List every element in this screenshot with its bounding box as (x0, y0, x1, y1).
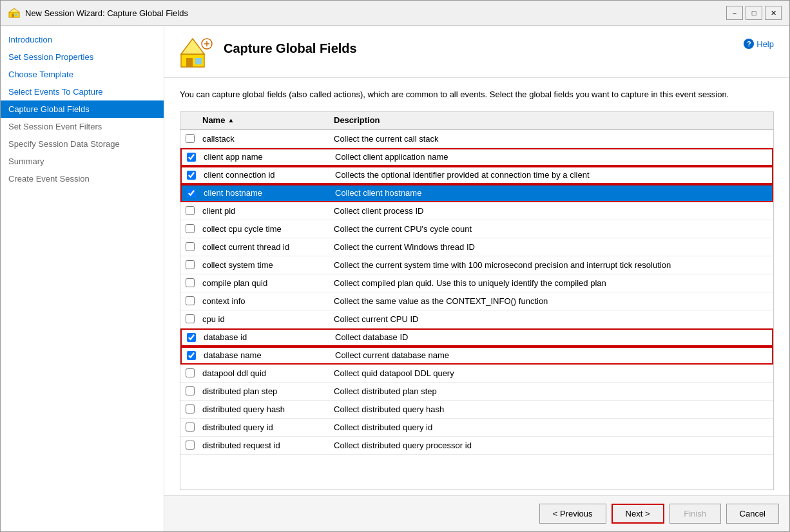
header-title: Capture Global Fields (224, 41, 357, 56)
cell-check (180, 134, 200, 143)
row-checkbox[interactable] (186, 206, 195, 215)
table-row[interactable]: context infoCollect the same value as th… (180, 292, 773, 310)
sort-icon: ▲ (227, 117, 234, 124)
row-checkbox[interactable] (186, 242, 195, 251)
header-icon (180, 36, 213, 70)
cell-check (180, 368, 200, 377)
cell-name: client connection id (201, 167, 330, 182)
row-checkbox[interactable] (186, 423, 195, 432)
cell-check (180, 206, 200, 215)
cell-name: distributed query hash (200, 402, 329, 417)
table-row[interactable]: client hostnameCollect client hostname (180, 184, 773, 202)
cell-check (182, 189, 201, 198)
cell-check (182, 171, 201, 180)
sidebar-item-capture-global-fields[interactable]: Capture Global Fields (1, 100, 164, 118)
row-checkbox[interactable] (187, 171, 196, 180)
table-row[interactable]: distributed query idCollect distributed … (180, 419, 773, 437)
svg-rect-6 (195, 58, 202, 64)
cell-check (180, 441, 200, 450)
sidebar-item-set-session-properties[interactable]: Set Session Properties (1, 48, 164, 66)
cell-check (180, 314, 200, 323)
cell-name: client app name (201, 149, 330, 164)
finish-button[interactable]: Finish (670, 504, 721, 524)
next-button[interactable]: Next > (612, 504, 664, 524)
cell-check (180, 260, 200, 269)
svg-rect-5 (186, 58, 193, 67)
table-row[interactable]: collect system timeCollect the current s… (180, 256, 773, 274)
row-checkbox[interactable] (186, 314, 195, 323)
cell-description: Collect compiled plan quid. Use this to … (329, 276, 773, 290)
table-row[interactable]: collect cpu cycle timeCollect the curren… (180, 220, 773, 238)
cell-name: datapool ddl quid (200, 366, 329, 381)
table-row[interactable]: compile plan quidCollect compiled plan q… (180, 274, 773, 292)
row-checkbox[interactable] (187, 351, 196, 360)
table-row[interactable]: client connection idCollects the optiona… (180, 166, 773, 184)
row-checkbox[interactable] (186, 224, 195, 233)
row-checkbox[interactable] (186, 404, 195, 413)
svg-rect-1 (12, 14, 14, 17)
cancel-button[interactable]: Cancel (726, 504, 779, 524)
content-area: Introduction Set Session Properties Choo… (1, 26, 789, 531)
cell-description: Collect distributed query hash (329, 402, 773, 417)
table-row[interactable]: datapool ddl quidCollect quid datapool D… (180, 365, 773, 383)
cell-name: distributed plan step (200, 384, 329, 399)
sidebar-item-specify-session-data: Specify Session Data Storage (1, 135, 164, 153)
table-header: Name ▲ Description (180, 112, 773, 130)
cell-description: Collect client application name (330, 149, 772, 164)
cell-description: Collect the same value as the CONTEXT_IN… (329, 294, 773, 309)
restore-button[interactable]: □ (746, 6, 762, 20)
table-row[interactable]: client app nameCollect client applicatio… (180, 148, 773, 166)
row-checkbox[interactable] (186, 296, 195, 305)
row-checkbox[interactable] (186, 260, 195, 269)
table-row[interactable]: database nameCollect current database na… (180, 347, 773, 365)
row-checkbox[interactable] (186, 368, 195, 377)
cell-check (180, 386, 200, 395)
cell-name: collect cpu cycle time (200, 222, 329, 236)
cell-description: Collect current CPU ID (329, 312, 773, 327)
row-checkbox[interactable] (186, 441, 195, 450)
table-row[interactable]: distributed query hashCollect distribute… (180, 401, 773, 419)
col-header-name: Name ▲ (200, 115, 329, 126)
table-row[interactable]: database idCollect database ID (180, 328, 773, 347)
window-title: New Session Wizard: Capture Global Field… (25, 8, 188, 18)
svg-marker-4 (181, 39, 204, 54)
close-button[interactable]: ✕ (765, 6, 782, 20)
row-checkbox[interactable] (187, 333, 196, 342)
sidebar-item-select-events[interactable]: Select Events To Capture (1, 83, 164, 100)
table-row[interactable]: collect current thread idCollect the cur… (180, 238, 773, 256)
previous-button[interactable]: < Previous (539, 504, 606, 524)
minimize-button[interactable]: − (726, 6, 743, 20)
footer: < Previous Next > Finish Cancel (164, 495, 789, 531)
title-bar: New Session Wizard: Capture Global Field… (1, 1, 789, 26)
cell-name: database name (201, 348, 330, 363)
col-header-check (180, 115, 200, 126)
cell-description: Collect distributed plan step (329, 384, 773, 399)
cell-check (182, 153, 201, 162)
cell-name: collect system time (200, 258, 329, 272)
sidebar-item-introduction[interactable]: Introduction (1, 31, 164, 48)
help-link[interactable]: ? Help (744, 36, 774, 49)
sidebar-item-choose-template[interactable]: Choose Template (1, 66, 164, 83)
row-checkbox[interactable] (186, 278, 195, 287)
row-checkbox[interactable] (187, 153, 196, 162)
title-bar-left: New Session Wizard: Capture Global Field… (8, 7, 188, 19)
table-row[interactable]: cpu idCollect current CPU ID (180, 310, 773, 328)
cell-name: collect current thread id (200, 240, 329, 254)
cell-check (182, 351, 201, 360)
sidebar: Introduction Set Session Properties Choo… (1, 26, 164, 531)
description-text: You can capture global fields (also call… (180, 90, 729, 99)
cell-check (180, 423, 200, 432)
cell-description: Collect current database name (330, 348, 772, 363)
row-checkbox[interactable] (186, 386, 195, 395)
cell-name: database id (201, 330, 330, 345)
cell-name: compile plan quid (200, 276, 329, 290)
row-checkbox[interactable] (186, 134, 195, 143)
row-checkbox[interactable] (187, 189, 196, 198)
table-row[interactable]: distributed plan stepCollect distributed… (180, 383, 773, 401)
cell-check (182, 333, 201, 342)
table-row[interactable]: callstackCollect the current call stack (180, 130, 773, 148)
table-row[interactable]: client pidCollect client process ID (180, 202, 773, 220)
cell-name: callstack (200, 131, 329, 146)
table-row[interactable]: distributed request idCollect distribute… (180, 437, 773, 455)
help-label: Help (756, 39, 774, 49)
